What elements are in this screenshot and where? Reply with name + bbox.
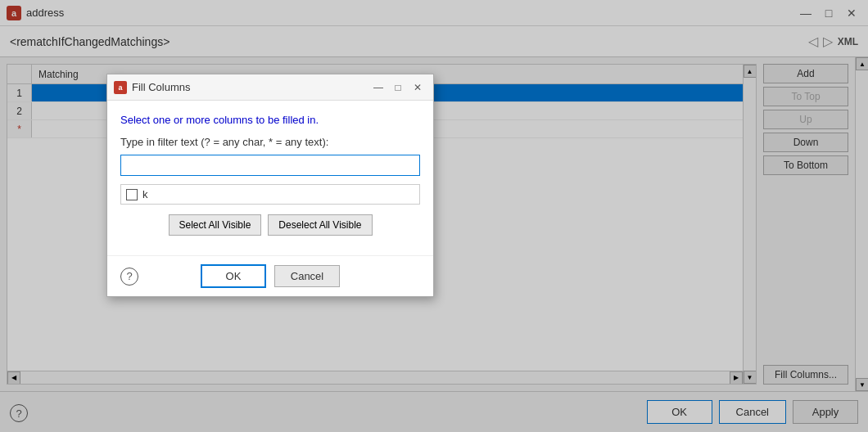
dialog-controls: — □ ✕ (369, 79, 427, 97)
dialog-body: Select one or more columns to be filled … (107, 101, 433, 255)
modal-overlay: a Fill Columns — □ ✕ Select one or more … (0, 0, 868, 432)
dialog-select-buttons: Select All Visible Deselect All Visible (120, 214, 420, 236)
dialog-app-icon: a (114, 81, 127, 94)
dialog-cancel-button[interactable]: Cancel (274, 265, 340, 287)
dialog-ok-button[interactable]: OK (201, 264, 266, 288)
dialog-titlebar-left: a Fill Columns (114, 81, 191, 94)
dialog-footer: ? OK Cancel (107, 255, 433, 296)
dialog-title: Fill Columns (132, 81, 191, 93)
dialog-description: Select one or more columns to be filled … (120, 114, 420, 126)
dialog-filter-input[interactable] (120, 155, 420, 176)
fill-columns-dialog: a Fill Columns — □ ✕ Select one or more … (106, 74, 434, 297)
dialog-help-icon[interactable]: ? (120, 268, 138, 286)
dialog-list-text: k (142, 188, 148, 200)
dialog-list-item: k (120, 184, 420, 205)
select-all-visible-button[interactable]: Select All Visible (169, 214, 262, 236)
dialog-close-button[interactable]: ✕ (409, 79, 427, 97)
dialog-titlebar: a Fill Columns — □ ✕ (107, 74, 433, 101)
deselect-all-visible-button[interactable]: Deselect All Visible (268, 214, 372, 236)
dialog-filter-label: Type in filter text (? = any char, * = a… (120, 136, 420, 148)
dialog-maximize-button[interactable]: □ (389, 79, 407, 97)
dialog-minimize-button[interactable]: — (369, 79, 387, 97)
dialog-checkbox[interactable] (126, 189, 138, 200)
